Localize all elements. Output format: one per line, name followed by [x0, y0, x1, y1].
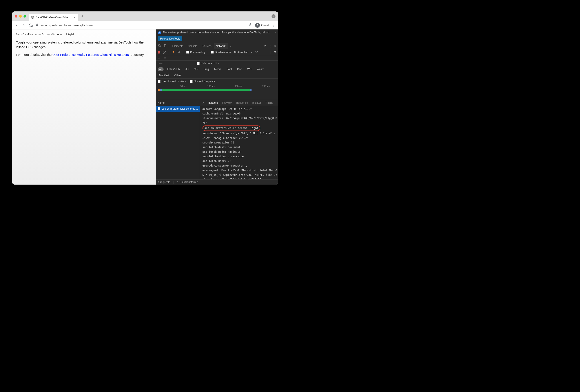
- device-icon[interactable]: [163, 43, 168, 49]
- disable-cache-label: Disable cache: [215, 51, 231, 54]
- page-p2-post: repository.: [129, 53, 145, 56]
- header-line: sec-fetch-user: ?1: [202, 159, 278, 164]
- document-icon: [158, 107, 160, 110]
- timeline-tick: 50 ms: [180, 85, 186, 88]
- type-filter-doc[interactable]: Doc: [236, 67, 243, 71]
- type-filter-fetch-xhr[interactable]: Fetch/XHR: [166, 67, 182, 71]
- header-line: sec-ch-ua: "Chromium";v="92", " Not A;Br…: [202, 131, 278, 140]
- header-line: cache-control: max-age=0: [202, 111, 278, 116]
- throttling-select[interactable]: No throttling: [234, 51, 248, 54]
- svg-rect-2: [164, 44, 166, 47]
- tab-title: Sec-CH-Prefers-Color-Schem…: [36, 16, 72, 19]
- record-button[interactable]: [158, 51, 160, 54]
- devtools-panel: The system-preferred color scheme has ch…: [156, 29, 278, 185]
- block-filter-row: Has blocked cookies Blocked Requests: [156, 79, 278, 84]
- banner-close-button[interactable]: ×: [275, 31, 276, 34]
- detail-tab-preview[interactable]: Preview: [220, 100, 234, 105]
- more-tabs-button[interactable]: »: [229, 44, 232, 49]
- flask-icon[interactable]: [248, 23, 252, 27]
- chevron-down-icon: ▾: [251, 51, 252, 54]
- timeline-tick: 200 ms: [262, 85, 270, 88]
- browser-menu-button[interactable]: ⋮: [272, 23, 276, 27]
- type-filter-ws[interactable]: WS: [246, 67, 253, 71]
- header-line: sec-fetch-mode: navigate: [202, 150, 278, 154]
- filter-icon[interactable]: [172, 51, 175, 54]
- blocked-requests-checkbox[interactable]: Blocked Requests: [190, 80, 215, 83]
- reload-button[interactable]: [29, 23, 33, 27]
- browser-tab[interactable]: Sec-CH-Prefers-Color-Schem… ×: [29, 14, 78, 21]
- type-filter-css[interactable]: CSS: [192, 67, 201, 71]
- upload-har-icon[interactable]: [158, 56, 160, 60]
- status-requests: 1 requests: [158, 181, 170, 184]
- clear-button[interactable]: [163, 51, 166, 54]
- network-settings-icon[interactable]: [273, 50, 276, 54]
- download-har-icon[interactable]: [163, 56, 166, 60]
- request-list: Name sec-ch-prefers-color-scheme…: [156, 100, 200, 179]
- reload-devtools-button[interactable]: Reload DevTools: [158, 36, 182, 41]
- maximize-window-button[interactable]: [23, 15, 26, 17]
- settings-icon[interactable]: [262, 43, 267, 49]
- page-link[interactable]: User Preference Media Features Client Hi…: [53, 53, 129, 56]
- close-window-button[interactable]: [15, 15, 17, 17]
- timeline-tick: 100 ms: [207, 85, 215, 88]
- panel-tab-sources[interactable]: Sources: [200, 43, 214, 49]
- detail-tab-row: × HeadersPreviewResponseInitiatorTiming: [200, 100, 278, 106]
- type-filter-manifest[interactable]: Manifest: [158, 73, 171, 77]
- headers-body[interactable]: accept-language: en-US,en;q=0.9cache-con…: [200, 106, 278, 179]
- detail-tab-response[interactable]: Response: [234, 100, 250, 105]
- header-line: upgrade-insecure-requests: 1: [202, 164, 278, 168]
- filter-input[interactable]: [158, 62, 193, 65]
- page-header-line: Sec-CH-Prefers-Color-Scheme: light: [16, 32, 152, 37]
- toolbar-right: Guest ⋮: [248, 23, 276, 28]
- network-toolbar-2: [156, 55, 278, 61]
- page-p2-pre: For more details, visit the: [16, 53, 53, 56]
- type-filter-font[interactable]: Font: [225, 67, 234, 71]
- request-list-header[interactable]: Name: [156, 100, 200, 106]
- page-paragraph-2: For more details, visit the User Prefere…: [16, 53, 152, 57]
- panel-tab-elements[interactable]: Elements: [170, 43, 186, 49]
- blocked-requests-label: Blocked Requests: [194, 80, 215, 83]
- type-filter-all[interactable]: All: [158, 67, 163, 71]
- disable-cache-checkbox[interactable]: Disable cache: [211, 51, 231, 54]
- forward-button[interactable]: [22, 23, 26, 27]
- detail-tab-initiator[interactable]: Initiator: [250, 100, 263, 105]
- minimize-window-button[interactable]: [19, 15, 22, 17]
- preserve-log-checkbox[interactable]: Preserve log: [186, 51, 205, 54]
- blocked-cookies-checkbox[interactable]: Has blocked cookies: [158, 80, 186, 83]
- url-input[interactable]: sec-ch-prefers-color-scheme.glitch.me: [36, 23, 245, 27]
- request-row[interactable]: sec-ch-prefers-color-scheme…: [156, 106, 200, 112]
- detail-close-button[interactable]: ×: [201, 101, 205, 104]
- url-text: sec-ch-prefers-color-scheme.glitch.me: [40, 23, 93, 27]
- address-bar: sec-ch-prefers-color-scheme.glitch.me Gu…: [12, 21, 278, 29]
- type-filter-other[interactable]: Other: [173, 73, 182, 77]
- wifi-icon[interactable]: [255, 50, 258, 54]
- back-button[interactable]: [15, 23, 19, 27]
- page-viewport: Sec-CH-Prefers-Color-Scheme: light Toggl…: [12, 29, 156, 185]
- page-paragraph-1: Toggle your operating system's preferred…: [16, 40, 152, 49]
- new-tab-button[interactable]: +: [81, 14, 84, 19]
- search-icon[interactable]: [177, 51, 180, 54]
- devtools-tab-row: | ElementsConsoleSourcesNetwork » ⋮ ×: [156, 43, 278, 49]
- timeline-tick: 150 ms: [235, 85, 242, 88]
- type-filter-js[interactable]: JS: [184, 67, 190, 71]
- status-transferred: 1.1 kB transferred: [177, 181, 198, 184]
- tab-close-button[interactable]: ×: [73, 16, 76, 19]
- header-line: if-none-match: W/"3b4-puYz4Q5/GV7nZfWtr/…: [202, 116, 278, 125]
- hide-data-urls-checkbox[interactable]: Hide data URLs: [197, 62, 219, 65]
- filter-row: Hide data URLs: [156, 61, 278, 66]
- tabs-dropdown-button[interactable]: [272, 14, 276, 18]
- info-icon: [158, 31, 161, 34]
- detail-tab-timing[interactable]: Timing: [263, 100, 276, 105]
- devtools-close-button[interactable]: ×: [273, 44, 277, 49]
- panel-tab-console[interactable]: Console: [186, 43, 200, 49]
- inspect-icon[interactable]: [157, 43, 162, 49]
- panel-tab-network[interactable]: Network: [214, 43, 228, 49]
- timeline[interactable]: 50 ms100 ms150 ms200 ms: [156, 84, 278, 100]
- kebab-icon[interactable]: ⋮: [268, 44, 273, 49]
- detail-tab-headers[interactable]: Headers: [206, 100, 220, 105]
- type-filter-img[interactable]: Img: [203, 67, 210, 71]
- type-filter-wasm[interactable]: Wasm: [255, 67, 266, 71]
- status-bar: 1 requests | 1.1 kB transferred: [156, 179, 278, 185]
- type-filter-media[interactable]: Media: [213, 67, 223, 71]
- profile-badge[interactable]: Guest: [255, 23, 269, 28]
